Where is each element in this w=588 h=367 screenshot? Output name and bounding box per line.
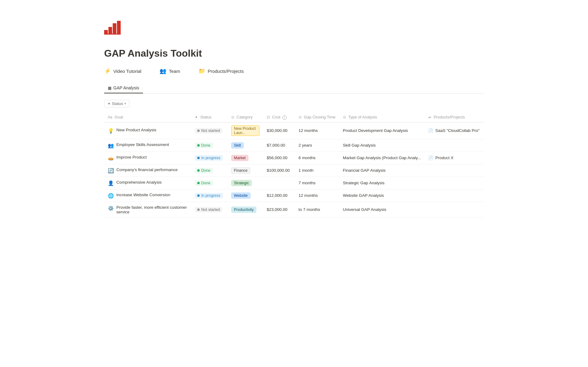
table-row[interactable]: 👥 Employee Skills Assessment Done Skill$…: [104, 139, 484, 152]
goal-cell: 👤 Comprehensive Analysis: [104, 177, 191, 189]
chevron-down-icon: ▾: [124, 102, 126, 106]
status-text: Not started: [201, 208, 220, 212]
status-cell: Done: [191, 177, 228, 189]
gap-closing-time-cell: 2 years: [295, 139, 339, 152]
th-products-icon: ⇌: [428, 115, 431, 119]
goal-cell: 🌐 Increase Website Conversion: [104, 189, 191, 202]
gap-closing-time-cell: to 7 months: [295, 202, 339, 217]
category-badge: Finance: [231, 167, 250, 174]
th-gap-closing-time: ⊙ Gap Closing Time: [295, 112, 339, 122]
cost-cell: $30,000.00: [263, 122, 295, 139]
goal-text: New Product Analysis: [116, 128, 156, 132]
status-cell: In progress: [191, 152, 228, 164]
goal-icon: ⚙️: [108, 205, 114, 211]
category-badge: Website: [231, 193, 251, 199]
category-badge: New Product Laun...: [231, 125, 259, 136]
category-cell: Skill: [228, 139, 263, 152]
status-cell: Not started: [191, 202, 228, 217]
category-badge: Strategic: [231, 180, 252, 186]
table-row[interactable]: 💡 New Product Analysis Not started New P…: [104, 122, 484, 139]
status-dot: [197, 208, 200, 211]
products-cell: [424, 177, 484, 189]
cost-cell: [263, 177, 295, 189]
nav-team-label: Team: [169, 69, 180, 74]
page-container: GAP Analysis Toolkit ⚡ Video Tutorial 👥 …: [80, 0, 508, 242]
status-filter-button[interactable]: ✦ Status ▾: [104, 100, 130, 107]
category-badge: Market: [231, 155, 248, 161]
status-badge: Not started: [195, 128, 222, 133]
table-row[interactable]: 🌐 Increase Website Conversion In progres…: [104, 189, 484, 202]
table-body: 💡 New Product Analysis Not started New P…: [104, 122, 484, 217]
svg-rect-1: [108, 27, 112, 34]
filter-settings-icon: ✦: [107, 102, 111, 106]
nav-products-projects[interactable]: 📁 Products/Projects: [198, 68, 244, 74]
goal-cell: 👥 Employee Skills Assessment: [104, 139, 191, 152]
th-goal-icon: Aa: [108, 115, 112, 119]
status-dot: [197, 157, 200, 159]
table-row[interactable]: ⚙️ Provide faster, more efficient custom…: [104, 202, 484, 217]
products-cell: [424, 139, 484, 152]
gap-closing-time-cell: 1 month: [295, 164, 339, 177]
table-header-row: Aa Goal ✦ Status ⊙ Category ⊡ Cost i ⊙: [104, 112, 484, 122]
goal-cell: 💡 New Product Analysis: [104, 122, 191, 139]
status-text: Not started: [201, 129, 220, 133]
th-cost: ⊡ Cost i: [263, 112, 295, 122]
goal-icon: 👤: [108, 180, 114, 186]
status-badge: Done: [195, 168, 213, 173]
goal-text: Company's financial performance: [116, 167, 178, 172]
status-text: Done: [201, 181, 210, 185]
cost-info-icon[interactable]: i: [282, 115, 287, 120]
goal-icon: 🔄: [108, 168, 114, 174]
category-cell: Market: [228, 152, 263, 164]
table-icon: ▦: [108, 86, 111, 90]
products-text: SaaS "CloudCollab Pro": [435, 128, 480, 133]
products-cell: [424, 164, 484, 177]
svg-rect-4: [104, 34, 121, 35]
status-dot: [197, 144, 200, 147]
team-icon: 👥: [160, 68, 166, 74]
type-of-analysis-cell: Strategic Gap Analysis: [339, 177, 425, 189]
th-category: ⊙ Category: [228, 112, 263, 122]
goal-icon: 💡: [108, 128, 114, 134]
th-gap-icon: ⊙: [299, 115, 302, 119]
nav-team[interactable]: 👥 Team: [160, 68, 180, 74]
filter-row: ✦ Status ▾: [104, 100, 484, 107]
tab-gap-analysis[interactable]: ▦ GAP Analysis: [104, 83, 143, 93]
document-icon: 📄: [428, 155, 433, 160]
type-of-analysis-cell: Market Gap Analysis (Product Gap Analy..…: [339, 152, 425, 164]
th-type-of-analysis: ⊙ Type of Analysis: [339, 112, 425, 122]
th-status-icon: ✦: [195, 115, 198, 119]
status-text: Done: [201, 168, 210, 173]
category-cell: Productivity: [228, 202, 263, 217]
goal-text: Increase Website Conversion: [116, 193, 170, 197]
status-cell: In progress: [191, 189, 228, 202]
status-badge: Done: [195, 143, 213, 148]
table-row[interactable]: 🔄 Company's financial performance Done F…: [104, 164, 484, 177]
cost-cell: $12,000.00: [263, 189, 295, 202]
th-status: ✦ Status: [191, 112, 228, 122]
type-of-analysis-cell: Financial GAP Analysis: [339, 164, 425, 177]
table-row[interactable]: 🥧 Improve Product In progress Market$56,…: [104, 152, 484, 164]
th-category-icon: ⊙: [231, 115, 234, 119]
products-cell: [424, 189, 484, 202]
gap-analysis-table: Aa Goal ✦ Status ⊙ Category ⊡ Cost i ⊙: [104, 112, 484, 218]
status-cell: Done: [191, 164, 228, 177]
category-cell: Strategic: [228, 177, 263, 189]
status-dot: [197, 194, 200, 197]
table-row[interactable]: 👤 Comprehensive Analysis Done Strategic7…: [104, 177, 484, 189]
th-type-icon: ⊙: [343, 115, 346, 119]
nav-video-tutorial[interactable]: ⚡ Video Tutorial: [104, 68, 141, 74]
category-badge: Productivity: [231, 207, 257, 213]
gap-closing-time-cell: 12 months: [295, 189, 339, 202]
filter-label: Status: [112, 101, 123, 106]
cost-cell: $7,000.00: [263, 139, 295, 152]
gap-closing-time-cell: 7 months: [295, 177, 339, 189]
type-of-analysis-cell: Product Development Gap Analysis: [339, 122, 425, 139]
gap-closing-time-cell: 6 months: [295, 152, 339, 164]
status-text: In progress: [201, 156, 221, 160]
type-of-analysis-cell: Skill Gap Analysis: [339, 139, 425, 152]
th-cost-icon: ⊡: [267, 115, 270, 119]
type-of-analysis-cell: Website GAP Analysis: [339, 189, 425, 202]
goal-icon: 🌐: [108, 193, 114, 199]
products-cell: 📄 Product X: [424, 152, 484, 164]
